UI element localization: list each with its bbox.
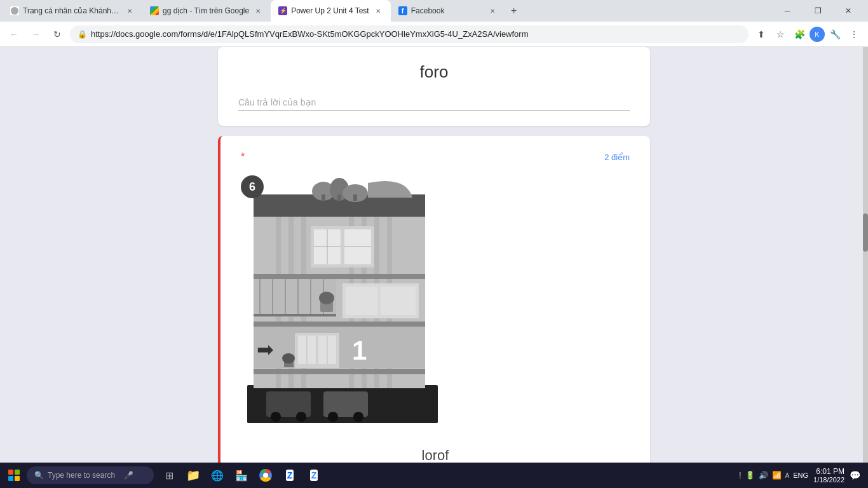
clock-time: 6:01 PM: [813, 467, 844, 476]
previous-card: foro: [218, 47, 650, 126]
form-container: foro * 2 điểm 6: [218, 47, 650, 450]
battery-icon[interactable]: 🔋: [745, 471, 755, 480]
svg-rect-54: [353, 194, 357, 201]
ime-label: A: [785, 472, 790, 479]
taskbar: 🔍 Type here to search 🎤 ⊞ 📁 🌐 🏪 Z: [0, 463, 868, 488]
system-tray: ! 🔋 🔊 📶 A ENG: [739, 470, 808, 480]
clock-date: 1/18/2022: [813, 476, 844, 484]
tab-facebook[interactable]: f Facebook ✕: [391, 0, 505, 22]
svg-point-5: [296, 412, 306, 422]
taskbar-right: ! 🔋 🔊 📶 A ENG 6:01 PM 1/18/2022 💬: [739, 467, 865, 484]
reload-button[interactable]: ↻: [48, 25, 66, 43]
svg-rect-17: [254, 322, 425, 327]
new-tab-button[interactable]: +: [505, 2, 523, 20]
windows-logo: [8, 470, 20, 481]
svg-point-34: [319, 292, 334, 304]
svg-rect-37: [381, 287, 416, 315]
points-label: 2 điểm: [604, 152, 630, 162]
network-icon[interactable]: 📶: [772, 471, 782, 480]
svg-point-56: [263, 473, 268, 478]
scrollbar[interactable]: [863, 47, 868, 463]
tab-label-google: gg dịch - Tìm trên Google: [163, 6, 249, 15]
svg-point-7: [353, 412, 363, 422]
tab-google[interactable]: gg dịch - Tìm trên Google ✕: [142, 0, 271, 22]
address-bar: ← → ↻ 🔒 https://docs.google.com/forms/d/…: [0, 22, 868, 47]
search-icon: 🔍: [34, 471, 44, 480]
notification-icon[interactable]: !: [739, 470, 742, 480]
taskbar-app-store[interactable]: 🏪: [230, 464, 253, 487]
svg-rect-26: [254, 314, 336, 316]
window-controls: ─ ❐ ✕: [773, 0, 865, 22]
maximize-button[interactable]: ❐: [803, 0, 832, 22]
taskbar-app-chrome[interactable]: [254, 464, 277, 487]
previous-answer-input[interactable]: [238, 95, 630, 111]
taskbar-app-zoom[interactable]: Z: [302, 464, 325, 487]
tab-powerup[interactable]: ⚡ Power Up 2 Unit 4 Test ✕: [271, 0, 391, 22]
share-icon[interactable]: ⬆: [752, 25, 770, 43]
page-content: foro * 2 điểm 6: [0, 47, 868, 463]
extension-icon[interactable]: 🧩: [790, 25, 808, 43]
microphone-icon: 🎤: [124, 471, 133, 480]
bookmark-icon[interactable]: ☆: [771, 25, 789, 43]
scroll-thumb[interactable]: [863, 214, 868, 252]
tab-favicon-facebook: f: [398, 6, 407, 15]
question-number-badge: 6: [241, 175, 264, 198]
taskbar-app-taskview[interactable]: ⊞: [158, 464, 180, 487]
tab-label-facebook: Facebook: [411, 6, 484, 15]
title-bar: Trang cá nhân của Khánh Vy Phu... ✕ gg d…: [0, 0, 868, 22]
url-bar[interactable]: 🔒 https://docs.google.com/forms/d/e/1FAl…: [70, 25, 749, 43]
question-number: 6: [249, 180, 255, 194]
tab-close-google[interactable]: ✕: [253, 6, 263, 16]
card-header: * 2 điểm: [241, 151, 630, 163]
profile-icon[interactable]: K: [810, 27, 825, 42]
taskbar-app-zalo[interactable]: Z: [278, 464, 301, 487]
toolbar-icons: ⬆ ☆ 🧩 K 🔧 ⋮: [752, 25, 863, 43]
minimize-button[interactable]: ─: [773, 0, 802, 22]
menu-icon[interactable]: ⋮: [845, 25, 863, 43]
svg-rect-16: [254, 274, 425, 279]
ime-icon[interactable]: A: [785, 471, 790, 479]
taskbar-apps: ⊞ 📁 🌐 🏪 Z Z: [158, 464, 325, 487]
language-label[interactable]: ENG: [793, 471, 808, 479]
required-star: *: [241, 151, 245, 163]
start-button[interactable]: [3, 464, 25, 487]
building-container: 6: [241, 175, 630, 430]
svg-point-4: [271, 412, 281, 422]
previous-word: foro: [238, 62, 630, 82]
svg-rect-53: [337, 194, 341, 201]
taskbar-search[interactable]: 🔍 Type here to search 🎤: [27, 466, 154, 484]
svg-text:➡: ➡: [257, 338, 274, 361]
svg-text:1: 1: [352, 336, 367, 365]
forward-button[interactable]: →: [27, 25, 44, 43]
notification-bell-icon[interactable]: 💬: [850, 470, 860, 480]
tab-label-kv: Trang cá nhân của Khánh Vy Phu...: [23, 6, 121, 15]
volume-icon[interactable]: 🔊: [759, 471, 768, 480]
tab-kv[interactable]: Trang cá nhân của Khánh Vy Phu... ✕: [3, 0, 142, 22]
tab-close-facebook[interactable]: ✕: [487, 6, 498, 16]
taskbar-clock[interactable]: 6:01 PM 1/18/2022: [813, 467, 844, 484]
current-card: * 2 điểm 6: [218, 136, 650, 463]
svg-point-6: [328, 412, 338, 422]
tab-close-powerup[interactable]: ✕: [373, 6, 383, 16]
close-button[interactable]: ✕: [834, 0, 863, 22]
taskbar-app-fileexplorer[interactable]: 📁: [182, 464, 205, 487]
tab-favicon-powerup: ⚡: [278, 6, 287, 15]
back-button[interactable]: ←: [5, 25, 23, 43]
taskbar-app-edge[interactable]: 🌐: [206, 464, 229, 487]
svg-point-0: [11, 7, 18, 15]
svg-point-47: [282, 353, 295, 363]
tab-favicon-google: [150, 6, 159, 15]
svg-rect-18: [254, 369, 425, 374]
building-svg: ➡ 1: [241, 175, 444, 430]
extensions-icon[interactable]: 🔧: [826, 25, 844, 43]
lock-icon: 🔒: [78, 30, 87, 39]
tab-favicon-kv: [10, 6, 19, 15]
building-illustration: 6: [241, 175, 444, 430]
tab-label-powerup: Power Up 2 Unit 4 Test: [291, 6, 369, 15]
svg-rect-52: [322, 194, 325, 201]
tab-close-kv[interactable]: ✕: [125, 6, 135, 16]
url-text: https://docs.google.com/forms/d/e/1FAlpQ…: [91, 29, 741, 39]
svg-rect-36: [346, 287, 377, 315]
search-input-label: Type here to search: [48, 471, 115, 480]
partial-answer-label: lorof: [241, 442, 630, 463]
